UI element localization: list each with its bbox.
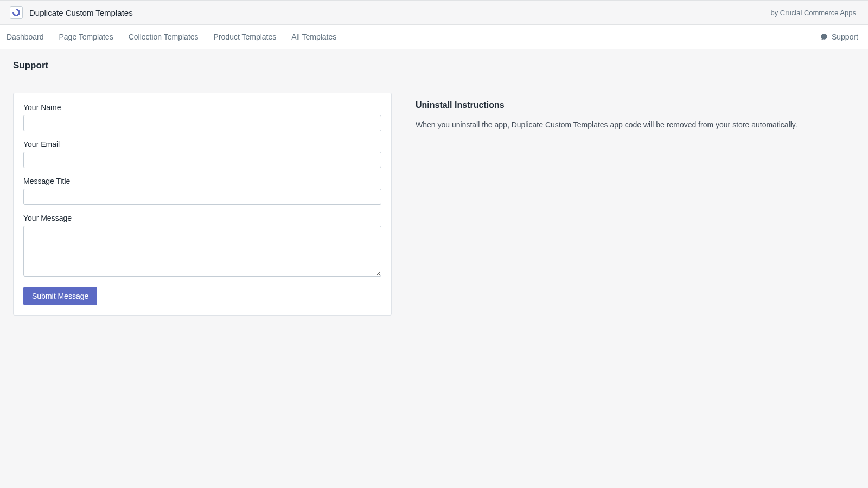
message-title-label: Message Title xyxy=(23,177,381,185)
nav-support-link[interactable]: Support xyxy=(820,33,861,41)
nav-link-all-templates[interactable]: All Templates xyxy=(284,25,344,49)
navbar: Dashboard Page Templates Collection Temp… xyxy=(0,25,868,49)
nav-links: Dashboard Page Templates Collection Temp… xyxy=(0,25,344,49)
topbar-left: Duplicate Custom Templates xyxy=(10,6,133,19)
nav-link-collection-templates[interactable]: Collection Templates xyxy=(121,25,206,49)
page-title: Support xyxy=(13,60,855,71)
nav-link-dashboard[interactable]: Dashboard xyxy=(0,25,52,49)
name-label: Your Name xyxy=(23,103,381,112)
app-title: Duplicate Custom Templates xyxy=(29,8,133,17)
message-label: Your Message xyxy=(23,214,381,222)
columns: Your Name Your Email Message Title Your … xyxy=(13,93,855,316)
chat-bubble-icon xyxy=(820,33,828,41)
topbar: Duplicate Custom Templates by Crucial Co… xyxy=(0,0,868,25)
byline: by Crucial Commerce Apps xyxy=(771,9,857,17)
app-logo-icon xyxy=(10,6,23,19)
nav-link-page-templates[interactable]: Page Templates xyxy=(52,25,121,49)
message-title-input[interactable] xyxy=(23,189,381,205)
message-textarea[interactable] xyxy=(23,226,381,277)
support-form-card: Your Name Your Email Message Title Your … xyxy=(13,93,392,316)
email-label: Your Email xyxy=(23,140,381,149)
nav-support-label: Support xyxy=(832,33,858,41)
uninstall-instructions: Uninstall Instructions When you uninstal… xyxy=(416,93,855,131)
name-input[interactable] xyxy=(23,115,381,131)
page-content: Support Your Name Your Email Message Tit… xyxy=(0,49,868,326)
submit-button[interactable]: Submit Message xyxy=(23,287,97,305)
nav-link-product-templates[interactable]: Product Templates xyxy=(206,25,284,49)
email-input[interactable] xyxy=(23,152,381,168)
uninstall-body: When you uninstall the app, Duplicate Cu… xyxy=(416,120,855,131)
uninstall-heading: Uninstall Instructions xyxy=(416,100,855,110)
